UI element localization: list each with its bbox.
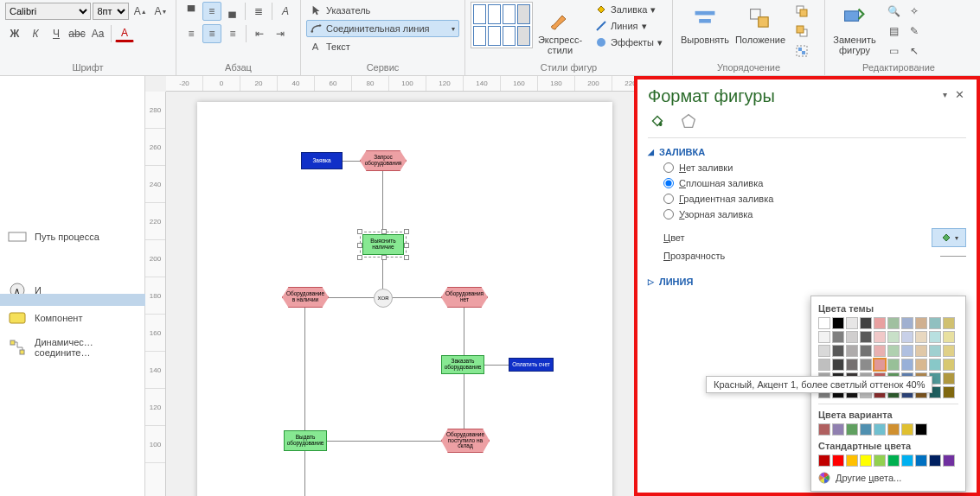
connector[interactable]: [327, 297, 375, 298]
color-swatch[interactable]: [832, 423, 844, 436]
shape-nalichie[interactable]: Оборудование в наличии: [282, 287, 329, 308]
color-swatch[interactable]: [874, 331, 886, 343]
color-swatch[interactable]: [929, 455, 941, 467]
connector[interactable]: [327, 441, 443, 442]
color-swatch[interactable]: [818, 359, 830, 371]
connector[interactable]: [464, 372, 464, 433]
color-swatch[interactable]: [929, 331, 941, 343]
shape-fill-button[interactable]: Заливка ▾: [591, 2, 667, 17]
color-swatch[interactable]: [860, 359, 872, 371]
color-swatch[interactable]: [832, 345, 844, 357]
color-swatch[interactable]: [943, 372, 955, 385]
shrink-font-button[interactable]: A▼: [151, 2, 170, 21]
color-swatch[interactable]: [874, 455, 886, 467]
align-bottom-button[interactable]: ▄: [223, 2, 242, 21]
color-swatch[interactable]: [887, 423, 900, 436]
align-right-button[interactable]: ≡: [223, 24, 242, 43]
color-swatch[interactable]: [915, 359, 927, 371]
color-swatch[interactable]: [929, 345, 941, 357]
shape-zayavka[interactable]: Заявка: [301, 152, 343, 169]
color-swatch[interactable]: [901, 455, 913, 467]
underline-button[interactable]: Ч: [47, 24, 66, 43]
transparency-slider[interactable]: [940, 256, 966, 257]
express-styles-button[interactable]: Экспресс-стили: [535, 2, 586, 55]
case-button[interactable]: Aa: [88, 24, 107, 43]
italic-button[interactable]: К: [26, 24, 45, 43]
connector[interactable]: [484, 365, 510, 366]
edit-x1-button[interactable]: ✧: [905, 2, 924, 21]
color-swatch[interactable]: [818, 345, 830, 357]
color-swatch[interactable]: [887, 345, 900, 357]
shape-net[interactable]: Оборудования нет: [441, 287, 488, 308]
color-swatch[interactable]: [832, 455, 844, 467]
bring-front-button[interactable]: [792, 2, 811, 21]
color-swatch[interactable]: [915, 345, 927, 357]
color-swatch[interactable]: [915, 423, 927, 436]
group-button[interactable]: [792, 41, 811, 60]
color-swatch[interactable]: [832, 317, 844, 329]
fill-tab-icon[interactable]: [648, 111, 667, 130]
color-swatch[interactable]: [901, 331, 913, 343]
shape-effects-button[interactable]: Эффекты ▾: [591, 35, 667, 50]
pointer-tool[interactable]: Указатель: [306, 2, 459, 19]
shapes-panel-divider[interactable]: [0, 294, 145, 306]
replace-shape-button[interactable]: Заменить фигуру: [830, 2, 879, 55]
color-swatch[interactable]: [818, 423, 830, 436]
color-swatch[interactable]: [901, 359, 913, 371]
edit-x2-button[interactable]: ✎: [905, 22, 924, 41]
color-swatch[interactable]: [943, 331, 955, 343]
send-back-button[interactable]: [792, 22, 811, 41]
align-top-button[interactable]: ▀: [182, 2, 201, 21]
color-swatch[interactable]: [887, 455, 900, 467]
grow-font-button[interactable]: A▲: [131, 2, 150, 21]
connector[interactable]: [304, 449, 305, 496]
align-button[interactable]: Выровнять: [678, 2, 732, 45]
color-swatch[interactable]: [846, 317, 858, 329]
shape-zapros[interactable]: Запрос оборудования: [360, 150, 407, 171]
connector-tool[interactable]: Соединительная линия ▾: [306, 20, 459, 37]
fill-section-header[interactable]: ЗАЛИВКА: [648, 147, 966, 157]
color-swatch[interactable]: [818, 317, 830, 329]
shape-oplatit[interactable]: Оплатить счет: [509, 358, 554, 372]
color-swatch[interactable]: [887, 331, 900, 343]
outdent-button[interactable]: ⇤: [250, 24, 269, 43]
position-button[interactable]: Положение: [733, 2, 787, 45]
color-swatch[interactable]: [818, 331, 830, 343]
shape-xor[interactable]: XOR: [374, 289, 393, 308]
color-swatch[interactable]: [915, 455, 927, 467]
color-swatch[interactable]: [832, 359, 844, 371]
color-swatch[interactable]: [901, 317, 913, 329]
connector[interactable]: [392, 297, 442, 298]
radio-no-fill[interactable]: Нет заливки: [663, 162, 966, 173]
connector[interactable]: [382, 169, 383, 233]
stencil-dynamic[interactable]: Динамичес…соедините…: [0, 332, 144, 363]
color-swatch[interactable]: [832, 331, 844, 343]
line-section-header[interactable]: ЛИНИЯ: [648, 277, 966, 287]
color-swatch[interactable]: [943, 317, 955, 329]
bold-button[interactable]: Ж: [5, 24, 24, 43]
shape-vyiasnit[interactable]: Выяснить наличие: [362, 234, 404, 255]
color-swatch[interactable]: [860, 317, 872, 329]
align-left-button[interactable]: ≡: [182, 24, 201, 43]
color-swatch[interactable]: [943, 455, 955, 467]
color-swatch[interactable]: [929, 317, 941, 329]
radio-pattern-fill[interactable]: Узорная заливка: [663, 209, 966, 219]
color-swatch[interactable]: [887, 359, 900, 371]
color-swatch[interactable]: [901, 423, 913, 436]
color-swatch[interactable]: [943, 386, 955, 398]
color-swatch[interactable]: [874, 359, 886, 371]
shape-zakazat[interactable]: Заказать оборудование: [441, 355, 484, 374]
color-swatch[interactable]: [860, 345, 872, 357]
text-tool[interactable]: A Текст: [306, 38, 459, 55]
color-swatch[interactable]: [943, 345, 955, 357]
color-swatch[interactable]: [860, 423, 872, 436]
stencil-path[interactable]: Путь процесса: [0, 223, 144, 251]
color-swatch[interactable]: [887, 317, 900, 329]
bullets-button[interactable]: ≣: [249, 2, 268, 21]
align-middle-button[interactable]: ≡: [202, 2, 221, 21]
edit-cursor-button[interactable]: ↖: [905, 41, 924, 60]
color-swatch[interactable]: [943, 359, 955, 371]
drawing-page[interactable]: Заявка Запрос оборудования Выяснить нали…: [197, 102, 612, 496]
shape-sklad[interactable]: Оборудование поступило на склад: [441, 429, 490, 453]
clear-format-button[interactable]: A: [276, 2, 295, 21]
